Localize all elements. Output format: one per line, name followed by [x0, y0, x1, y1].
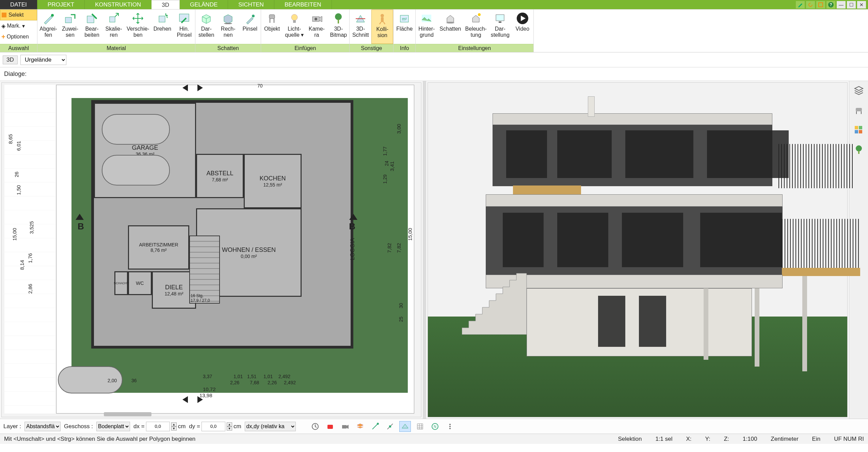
tool-verschieben[interactable]: Verschie- ben — [125, 10, 151, 44]
lbl: 3D- — [334, 26, 343, 32]
svg-rect-5 — [87, 16, 94, 23]
tool-3dbitmap[interactable]: 3D- Bitmap — [327, 10, 349, 44]
dx-input[interactable] — [146, 422, 170, 431]
refresh-icon[interactable] — [806, 1, 815, 9]
dy-input[interactable] — [202, 422, 225, 431]
tool-3dschnitt[interactable]: 3D- Schnitt — [350, 10, 371, 44]
tool-skalieren[interactable]: Skalie- ren — [103, 10, 125, 44]
subbar-tag[interactable]: 3D — [3, 55, 18, 64]
view-2d[interactable]: GARAGE 36,36 m² ABSTELL 7,68 m² KOCHEN 1… — [1, 82, 421, 417]
room-arbeitszimmer: ARBEITSZIMMER 8,76 m² — [128, 225, 189, 270]
tab-projekt[interactable]: PROJEKT — [37, 0, 85, 9]
car-icon — [102, 155, 170, 185]
tab-sichten[interactable]: SICHTEN — [228, 0, 274, 9]
camera-small-icon[interactable] — [339, 421, 351, 432]
grid-icon[interactable] — [414, 421, 426, 432]
group-label-auswahl: Auswahl — [0, 44, 37, 52]
dim: 15,00 — [12, 228, 17, 241]
mark-mode[interactable]: ◈ Mark. ▾ — [0, 20, 37, 31]
pencil-icon[interactable] — [796, 1, 805, 9]
tab-3d[interactable]: 3D — [151, 0, 180, 9]
svg-text:N: N — [434, 424, 436, 429]
clock-icon[interactable] — [309, 421, 321, 432]
lbl: tung — [471, 32, 481, 38]
north-icon[interactable]: N — [429, 421, 441, 432]
minimize-button[interactable]: — — [837, 1, 846, 9]
room-label: WC — [136, 280, 144, 286]
dim: 8,14 — [19, 260, 25, 270]
maximize-button[interactable]: ☐ — [847, 1, 856, 9]
brush-bg-icon — [177, 12, 192, 25]
snap-plane-icon[interactable] — [399, 421, 411, 432]
dim: 2,26 — [268, 380, 277, 385]
tool-abgreifen[interactable]: Abgrei- fen — [37, 10, 59, 44]
tool-beleuchtung[interactable]: Beleuch- tung — [463, 10, 489, 44]
tool-kamera[interactable]: Kame- ra — [306, 10, 327, 44]
terrain-select[interactable]: Urgelände — [20, 55, 66, 65]
layers-icon[interactable] — [853, 84, 865, 97]
snap-mid-icon[interactable] — [384, 421, 396, 432]
tool-video[interactable]: Video — [512, 10, 533, 44]
dx-label: dx = — [133, 423, 145, 430]
coord-mode-select[interactable]: dx,dy (relativ ka — [245, 422, 296, 431]
tool-darstellen[interactable]: Dar- stellen — [195, 10, 217, 44]
section-icon — [353, 12, 368, 25]
view-splitter[interactable] — [423, 81, 426, 419]
tool-rechnen[interactable]: Rech- nen — [217, 10, 239, 44]
tool-flaeche[interactable]: m²Fläche — [393, 10, 415, 44]
area-icon: m² — [397, 12, 412, 25]
close-button[interactable]: ✕ — [857, 1, 866, 9]
lbl: sen — [66, 32, 75, 38]
room-label: GARAGE — [132, 144, 158, 151]
dim: 7,82 — [386, 243, 392, 253]
pillar — [802, 276, 807, 371]
dim: 2,26 — [230, 380, 239, 385]
box-icon[interactable] — [816, 1, 825, 9]
room-abstell: ABSTELL 7,68 m² — [196, 154, 244, 198]
tool-bearbeiten[interactable]: Bear- beiten — [81, 10, 103, 44]
tab-bearbeiten[interactable]: BEARBEITEN — [274, 0, 332, 9]
tool-lichtquelle[interactable]: Licht- quelle ▾ — [283, 10, 306, 44]
snap-endpoint-icon[interactable] — [369, 421, 381, 432]
exterior-stair — [462, 267, 533, 335]
lbl: stellung — [491, 32, 510, 38]
svg-rect-33 — [859, 130, 862, 133]
tab-datei[interactable]: DATEI — [0, 0, 37, 9]
dim: 3,41 — [389, 161, 395, 171]
status-ins: Ein — [812, 436, 821, 442]
svg-point-45 — [449, 428, 451, 429]
tool-drehen[interactable]: Drehen — [151, 10, 173, 44]
dim: 24 — [384, 161, 389, 166]
tool-hinpinsel[interactable]: Hin. Pinsel — [173, 10, 195, 44]
tool-zuweisen[interactable]: Zuwei- sen — [59, 10, 81, 44]
geschoss-select[interactable]: Bodenplatt — [96, 422, 130, 431]
tool-pinsel[interactable]: Pinsel — [239, 10, 261, 44]
tree-panel-icon[interactable] — [853, 144, 865, 156]
furniture-icon[interactable] — [853, 104, 865, 116]
tool-hintergrund[interactable]: Hinter- grund — [416, 10, 437, 44]
tab-gelaende[interactable]: GELÄNDE — [180, 0, 228, 9]
help-icon[interactable]: ? — [826, 1, 835, 9]
lbl: Kolli- — [376, 26, 389, 32]
layers-small-icon[interactable] — [354, 421, 366, 432]
room-area: 8,76 m² — [150, 247, 166, 253]
tool-objekt[interactable]: Objekt — [261, 10, 283, 44]
car-icon — [102, 114, 170, 145]
scrollbar-h[interactable] — [104, 412, 151, 416]
tool-darstellung[interactable]: Dar- stellung — [489, 10, 512, 44]
dx-spinner[interactable]: ▲▼ — [171, 422, 177, 431]
tool-schatten-einst[interactable]: Schatten — [437, 10, 463, 44]
layer-select[interactable]: Abstandsflä — [25, 422, 61, 431]
more-icon[interactable] — [444, 421, 456, 432]
plus-icon: + — [1, 33, 5, 41]
options-button[interactable]: +Optionen — [0, 31, 37, 42]
tab-konstruktion[interactable]: KONSTRUKTION — [85, 0, 151, 9]
palette-icon[interactable] — [853, 124, 865, 136]
room-schacht: SCHACHT — [114, 271, 128, 295]
select-mode[interactable]: Selekt — [0, 10, 37, 20]
dy-spinner[interactable]: ▲▼ — [227, 422, 232, 431]
ribbon-group-material: Abgrei- fen Zuwei- sen Bear- beiten Skal… — [37, 10, 195, 52]
tool-kollision[interactable]: Kolli- sion — [371, 10, 393, 44]
view-3d[interactable] — [428, 82, 848, 417]
record-icon[interactable] — [324, 421, 336, 432]
